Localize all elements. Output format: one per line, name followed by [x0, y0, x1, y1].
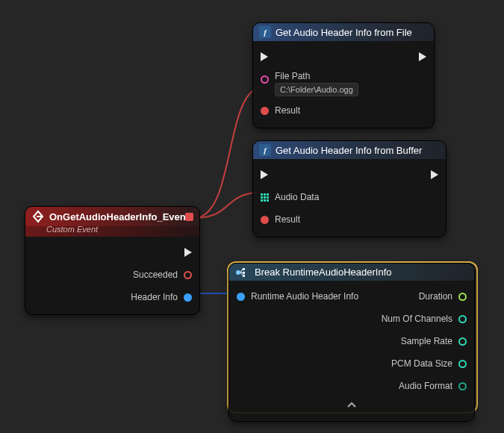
delegate-out-pin[interactable]: [185, 213, 193, 221]
node-break-runtime-audio-header-info[interactable]: Break RuntimeAudioHeaderInfo Runtime Aud…: [228, 263, 475, 422]
node-subtitle: Custom Event: [25, 225, 199, 237]
function-icon: f: [259, 144, 271, 156]
exec-out-pin[interactable]: [431, 170, 438, 179]
node-header[interactable]: f Get Audio Header Info from Buffer: [253, 141, 446, 159]
node-title: Get Audio Header Info from Buffer: [276, 145, 422, 156]
exec-row: [25, 241, 199, 264]
audio-format-pin[interactable]: [458, 382, 467, 390]
row-1: Num Of Channels: [229, 308, 474, 330]
audio-data-pin[interactable]: [261, 193, 269, 202]
result-label: Result: [275, 105, 300, 116]
svg-point-0: [236, 270, 240, 275]
exec-in-pin[interactable]: [261, 52, 268, 61]
succeeded-row: Succeeded: [25, 264, 199, 286]
audio-format-label: Audio Format: [399, 381, 452, 391]
row-0: Runtime Audio Header Info Duration: [229, 285, 474, 308]
runtime-audio-header-info-pin[interactable]: [237, 293, 245, 301]
result-in-pin[interactable]: [261, 107, 269, 115]
row-3: PCM Data Size: [229, 352, 474, 375]
num-of-channels-pin[interactable]: [458, 315, 467, 323]
node-on-get-audio-header-info-event[interactable]: OnGetAudioHeaderInfo_Event Custom Event …: [25, 206, 200, 315]
header-info-label: Header Info: [131, 292, 178, 302]
sample-rate-label: Sample Rate: [401, 336, 452, 346]
runtime-audio-header-info-label: Runtime Audio Header Info: [251, 291, 358, 302]
audio-data-label: Audio Data: [275, 192, 319, 202]
pcm-data-size-label: PCM Data Size: [391, 358, 452, 369]
svg-rect-2: [243, 272, 245, 274]
file-path-pin[interactable]: [261, 75, 269, 84]
num-of-channels-label: Num Of Channels: [382, 314, 452, 324]
result-label: Result: [275, 214, 300, 225]
node-body: Succeeded Header Info: [25, 237, 199, 314]
node-header[interactable]: OnGetAudioHeaderInfo_Event: [25, 207, 199, 226]
custom-event-icon: [31, 210, 45, 223]
sample-rate-pin[interactable]: [458, 337, 467, 346]
file-path-field[interactable]: C:\Folder\Audio.ogg: [275, 83, 358, 96]
exec-in-pin[interactable]: [261, 170, 268, 179]
node-body: Runtime Audio Header Info Duration Num O…: [229, 281, 474, 421]
exec-out-pin[interactable]: [184, 248, 192, 257]
expand-toggle[interactable]: [229, 397, 474, 415]
exec-row: [253, 46, 434, 68]
duration-pin[interactable]: [458, 293, 467, 301]
function-icon: f: [259, 26, 271, 38]
exec-row: [253, 163, 446, 186]
row-2: Sample Rate: [229, 330, 474, 352]
exec-out-pin[interactable]: [419, 52, 426, 61]
succeeded-label: Succeeded: [133, 270, 178, 280]
file-path-label: File Path: [275, 71, 358, 81]
audio-data-row: Audio Data: [253, 186, 446, 208]
node-body: File Path C:\Folder\Audio.ogg Result: [253, 41, 434, 128]
node-title: OnGetAudioHeaderInfo_Event: [49, 211, 189, 222]
svg-rect-3: [243, 275, 245, 277]
row-4: Audio Format: [229, 375, 474, 397]
node-title: Break RuntimeAudioHeaderInfo: [255, 267, 392, 278]
svg-rect-1: [243, 268, 245, 270]
result-in-pin[interactable]: [261, 216, 269, 224]
break-struct-icon: [235, 267, 250, 278]
pcm-data-size-pin[interactable]: [458, 360, 467, 368]
node-header[interactable]: f Get Audio Header Info from File: [253, 23, 434, 41]
result-row: Result: [253, 208, 446, 231]
succeeded-pin[interactable]: [184, 271, 192, 279]
file-path-row: File Path C:\Folder\Audio.ogg: [253, 68, 434, 99]
result-row: Result: [253, 99, 434, 122]
node-get-audio-header-info-from-buffer[interactable]: f Get Audio Header Info from Buffer Audi…: [252, 140, 447, 237]
node-get-audio-header-info-from-file[interactable]: f Get Audio Header Info from File File P…: [252, 22, 435, 128]
header-info-row: Header Info: [25, 286, 199, 308]
duration-label: Duration: [419, 291, 452, 302]
node-body: Audio Data Result: [253, 159, 446, 237]
header-info-pin[interactable]: [184, 293, 192, 302]
node-title: Get Audio Header Info from File: [276, 27, 412, 38]
node-header[interactable]: Break RuntimeAudioHeaderInfo: [229, 264, 474, 281]
